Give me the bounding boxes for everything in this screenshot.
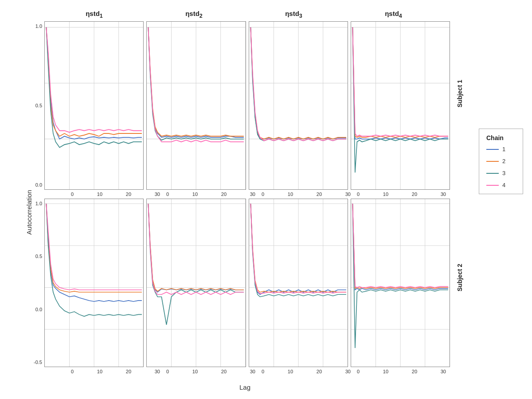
legend-item-3: 3	[486, 170, 516, 176]
plot-r1c3	[249, 21, 348, 190]
y-ticks-row1: 1.0 0.5 0.0	[22, 21, 44, 190]
col-header-2: ηstd2	[144, 10, 244, 19]
legend-line-3	[486, 173, 499, 174]
legend-title: Chain	[486, 134, 516, 141]
row-label-2: Subject 2	[456, 264, 463, 291]
row-label-1: Subject 1	[456, 80, 463, 107]
legend-line-2	[486, 161, 499, 162]
plot-r2c2	[146, 199, 246, 367]
col-header-4: ηstd4	[344, 10, 443, 19]
legend-item-2: 2	[486, 158, 516, 164]
plot-r1c4	[351, 21, 450, 190]
legend-item-4: 4	[486, 182, 516, 188]
col-header-3: ηstd3	[244, 10, 344, 19]
plot-r2c3	[249, 199, 348, 367]
plot-r2c4	[351, 199, 450, 367]
legend-line-1	[486, 149, 499, 150]
plot-r1c1	[44, 21, 144, 190]
legend-item-1: 1	[486, 146, 516, 153]
legend-line-4	[486, 185, 499, 186]
col-header-1: ηstd1	[44, 10, 144, 19]
legend: Chain 1 2 3 4	[479, 129, 523, 194]
x-axis-label: Lag	[239, 383, 250, 391]
y-ticks-row2: 1.0 0.5 0.0 -0.5	[22, 199, 44, 367]
plot-r1c2	[146, 21, 246, 190]
plot-r2c1	[44, 199, 144, 367]
